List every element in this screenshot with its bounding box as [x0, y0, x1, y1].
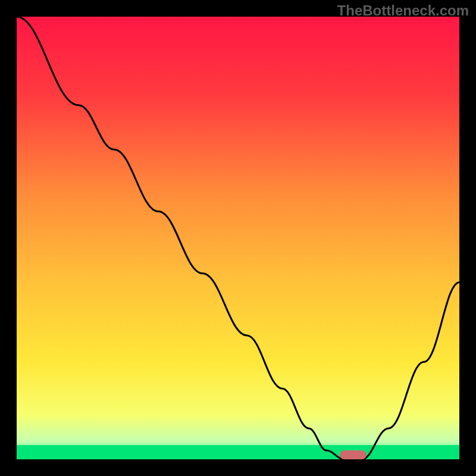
chart-area [17, 17, 459, 459]
bottleneck-curve-path [17, 17, 459, 459]
watermark-text: TheBottleneck.com [337, 2, 469, 19]
curve-svg [17, 17, 459, 459]
marker-pill [340, 450, 367, 459]
